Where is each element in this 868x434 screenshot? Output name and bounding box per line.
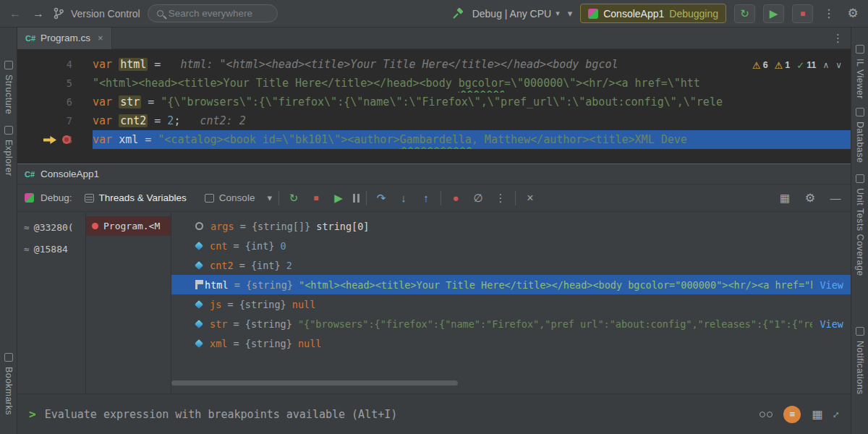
stop-button[interactable]: ■ <box>792 4 813 23</box>
more-options-icon[interactable]: ⋮ <box>493 192 509 205</box>
tabs-chevron-icon[interactable]: ▾ <box>267 192 272 203</box>
mute-breakpoints-icon[interactable]: ∅ <box>470 192 486 205</box>
tab-console[interactable]: Console <box>199 184 261 212</box>
run-config-selector[interactable]: Debug | Any CPU ▾ <box>472 8 560 20</box>
debug-session-widget[interactable]: ConsoleApp1 Debugging <box>580 4 726 23</box>
settings-gear-icon[interactable]: ⚙ <box>845 6 861 21</box>
code-token: var <box>93 95 112 109</box>
back-icon[interactable]: ← <box>7 7 23 20</box>
prev-issue-icon[interactable]: ∧ <box>822 60 829 70</box>
step-out-icon[interactable]: ↑ <box>418 192 434 204</box>
stop-debug-icon[interactable]: ■ <box>308 193 324 203</box>
next-issue-icon[interactable]: ∨ <box>835 60 842 70</box>
variable-row[interactable]: js = {string} null <box>171 294 851 314</box>
variable-value: null <box>298 338 322 349</box>
code-token: , Matthew</author><title>XML Deve <box>472 133 687 146</box>
restore-layout-icon[interactable]: ▦ <box>777 192 793 205</box>
search-icon <box>157 10 163 17</box>
frame-item[interactable]: Program.<M <box>86 216 171 236</box>
search-input[interactable] <box>169 8 264 19</box>
warning-icon: ⚠ <box>752 60 761 71</box>
inspections-widget[interactable]: ⚠6 ⚠1 ✓11 ∧ ∨ <box>746 56 842 74</box>
stop-icon: ■ <box>800 9 805 19</box>
variable-name: cnt2 <box>210 260 234 271</box>
code-token: html <box>119 58 148 71</box>
evaluate-expression-input[interactable] <box>45 408 752 421</box>
tool-stripe-item-il-viewer[interactable]: IL Viewer <box>855 45 865 99</box>
session-name: ConsoleApp1 <box>603 8 664 20</box>
play-icon: ▶ <box>770 7 778 20</box>
variable-row[interactable]: xml = {string} null <box>171 333 851 353</box>
step-into-icon[interactable]: ↓ <box>396 192 412 204</box>
variable-row[interactable]: html = {string} "<html><head><title>Your… <box>171 275 851 294</box>
collapse-icon[interactable]: ↕ <box>830 408 843 420</box>
tool-stripe-item-explorer[interactable]: Explorer <box>4 126 14 176</box>
watches-icon[interactable] <box>760 412 773 417</box>
tool-window-icon <box>856 108 864 116</box>
build-hammer-icon[interactable] <box>452 8 464 20</box>
version-control-menu[interactable]: Version Control <box>71 8 140 20</box>
view-link[interactable]: View <box>812 318 851 330</box>
evaluate-dialog-icon[interactable]: ▦ <box>812 407 822 421</box>
code-line[interactable]: 6var str = "{\"browsers\":{\"firefox\":{… <box>17 93 851 111</box>
code-line[interactable]: 7var cnt2 = 2; cnt2: 2 <box>17 111 851 130</box>
view-link[interactable]: View <box>812 279 851 291</box>
code-line[interactable]: 8var xml = "<catalog><book id=\"bk101\">… <box>17 130 851 149</box>
session-chevron-icon[interactable]: ▾ <box>568 8 573 19</box>
view-breakpoints-icon[interactable]: ● <box>448 192 464 204</box>
tool-window-icon <box>856 174 864 183</box>
tool-stripe-item-notifications[interactable]: Notifications <box>855 327 865 395</box>
breakpoint-icon[interactable] <box>62 135 71 144</box>
evaluate-mode-toggle[interactable]: ≡ <box>783 406 801 423</box>
rerun-debug-icon[interactable]: ↻ <box>286 192 302 205</box>
code-content: var str = "{\"browsers\":{\"firefox\":{\… <box>93 93 851 111</box>
more-actions-icon[interactable]: ⋮ <box>821 7 837 20</box>
code-token: = <box>148 114 167 127</box>
equals-sign: = <box>234 260 251 271</box>
code-line[interactable]: 4var html = html: "<html><head><title>Yo… <box>17 55 851 74</box>
thread-item[interactable]: ≈@15884 <box>17 238 85 260</box>
close-tab-icon[interactable]: × <box>98 33 103 43</box>
tool-stripe-item-bookmarks[interactable]: Bookmarks <box>4 353 14 415</box>
hide-icon[interactable]: — <box>827 192 843 204</box>
editor-options-icon[interactable]: ⋮ <box>833 32 851 45</box>
pause-icon[interactable] <box>353 194 359 203</box>
chevron-down-icon: ▾ <box>556 9 560 18</box>
line-number[interactable]: 5 <box>17 74 93 93</box>
line-number[interactable]: 4 <box>17 55 93 74</box>
threads-variables-icon <box>85 194 94 203</box>
variable-row[interactable]: cnt2 = {int} 2 <box>171 255 851 275</box>
tool-stripe-label: IL Viewer <box>855 59 865 99</box>
forward-icon[interactable]: → <box>30 7 46 20</box>
debug-label: Debug: <box>41 192 72 203</box>
horizontal-scrollbar[interactable] <box>171 380 458 386</box>
rerun-button[interactable]: ↻ <box>734 4 755 23</box>
tool-stripe-item-unit-tests-coverage[interactable]: Unit Tests Coverage <box>855 174 865 276</box>
code-token: = <box>148 58 180 71</box>
debug-settings-gear-icon[interactable]: ⚙ <box>802 191 818 205</box>
line-number[interactable]: 7 <box>17 111 93 130</box>
code-token <box>112 58 119 71</box>
run-button[interactable]: ▶ <box>763 4 784 23</box>
variable-row[interactable]: str = {string} "{"browsers":{"firefox":{… <box>171 314 851 333</box>
variable-value: "<html><head><title>Your Title Here</tit… <box>299 279 812 291</box>
field-icon <box>195 339 203 347</box>
variable-row[interactable]: cnt = {int} 0 <box>171 236 851 255</box>
tool-stripe-item-database[interactable]: Database <box>855 108 865 163</box>
resume-icon[interactable]: ▶ <box>331 192 346 205</box>
thread-label: @33280( <box>34 222 74 233</box>
variable-row[interactable]: args = {string[]} string[0] <box>171 216 851 236</box>
variable-name: xml <box>210 338 227 349</box>
line-number[interactable]: 6 <box>17 93 93 111</box>
tool-window-icon <box>856 327 864 336</box>
tab-program-cs[interactable]: C# Program.cs × <box>17 27 112 49</box>
code-line[interactable]: 5"<html><head><title>Your Title Here</ti… <box>17 74 851 93</box>
close-debug-icon[interactable]: × <box>522 192 538 205</box>
step-over-icon[interactable]: ↷ <box>373 192 389 205</box>
tool-stripe-item-structure[interactable]: Structure <box>4 61 14 114</box>
search-everywhere[interactable] <box>148 4 278 22</box>
thread-item[interactable]: ≈@33280( <box>17 216 85 238</box>
tool-stripe-label: Structure <box>4 75 14 114</box>
code-editor[interactable]: 4var html = html: "<html><head><title>Yo… <box>17 49 851 163</box>
tab-threads-variables[interactable]: Threads & Variables <box>79 184 192 212</box>
